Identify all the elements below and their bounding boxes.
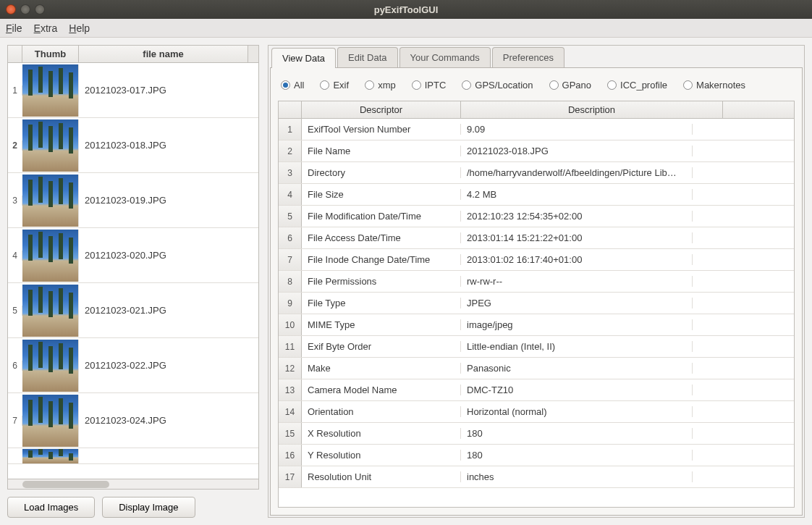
description: rw-rw-r-- — [461, 276, 693, 287]
filter-all[interactable]: All — [281, 80, 304, 91]
descriptor: File Access Date/Time — [302, 232, 461, 243]
table-row[interactable]: 14OrientationHorizontal (normal) — [279, 401, 794, 423]
table-row[interactable]: 12MakePanasonic — [279, 358, 794, 379]
scroll-col — [248, 46, 258, 62]
window-title: pyExifToolGUI — [374, 4, 439, 15]
data-body[interactable]: 1ExifTool Version Number9.092File Name20… — [279, 119, 794, 507]
table-row[interactable] — [8, 448, 258, 464]
table-row[interactable]: 7File Inode Change Date/Time2013:01:02 1… — [279, 249, 794, 271]
table-row[interactable]: 10MIME Typeimage/jpeg — [279, 314, 794, 336]
radio-icon — [320, 80, 329, 90]
filter-icc-profile[interactable]: ICC_profile — [607, 80, 667, 91]
description: Little-endian (Intel, II) — [461, 341, 693, 352]
table-row[interactable]: 520121023-021.JPG — [8, 283, 258, 338]
table-row[interactable]: 120121023-017.JPG — [8, 63, 258, 118]
filter-label: All — [294, 80, 304, 91]
table-row[interactable]: 13Camera Model NameDMC-TZ10 — [279, 379, 794, 401]
radio-icon — [607, 80, 617, 90]
table-row[interactable]: 9File TypeJPEG — [279, 293, 794, 314]
filter-gps-location[interactable]: GPS/Location — [462, 80, 533, 91]
row-index: 11 — [279, 336, 302, 357]
close-button[interactable] — [6, 4, 16, 14]
table-row[interactable]: 5File Modification Date/Time2012:10:23 1… — [279, 206, 794, 227]
table-row[interactable]: 1ExifTool Version Number9.09 — [279, 119, 794, 140]
filter-xmp[interactable]: xmp — [365, 80, 396, 91]
row-index: 1 — [8, 85, 22, 96]
table-row[interactable]: 720121023-024.JPG — [8, 393, 258, 448]
filter-label: ICC_profile — [620, 80, 667, 91]
tab-your-commands[interactable]: Your Commands — [399, 47, 491, 67]
file-name: 20121023-017.JPG — [79, 85, 258, 96]
descriptor: File Modification Date/Time — [302, 211, 461, 222]
description: 180 — [461, 428, 693, 439]
thumbnail-image — [22, 175, 79, 227]
radio-icon — [412, 80, 421, 90]
row-index: 14 — [279, 401, 302, 422]
table-row[interactable]: 320121023-019.JPG — [8, 173, 258, 228]
file-name: 20121023-019.JPG — [79, 195, 258, 206]
minimize-button[interactable] — [20, 4, 30, 14]
thumbnail-header: Thumb file name — [8, 46, 258, 63]
filter-label: GPS/Location — [475, 80, 533, 91]
horizontal-scrollbar[interactable] — [8, 479, 258, 489]
filter-label: xmp — [378, 80, 396, 91]
tab-edit-data[interactable]: Edit Data — [337, 47, 397, 67]
description: 4.2 MB — [461, 189, 693, 200]
scroll-col — [782, 101, 794, 118]
display-image-button[interactable]: Display Image — [102, 497, 195, 518]
table-row[interactable]: 2File Name20121023-018.JPG — [279, 140, 794, 162]
row-index: 1 — [279, 119, 302, 140]
descriptor: Exif Byte Order — [302, 341, 461, 352]
row-index: 17 — [279, 466, 302, 487]
table-row[interactable]: 4File Size4.2 MB — [279, 184, 794, 206]
descriptor: File Permissions — [302, 276, 461, 287]
table-row[interactable]: 8File Permissionsrw-rw-r-- — [279, 271, 794, 293]
description: /home/harryvanderwolf/Afbeeldingen/Pictu… — [461, 167, 693, 178]
thumbnail-image — [22, 119, 79, 172]
menu-extra[interactable]: Extra — [34, 22, 58, 34]
table-row[interactable]: 11Exif Byte OrderLittle-endian (Intel, I… — [279, 336, 794, 358]
row-index: 4 — [279, 184, 302, 205]
menu-file[interactable]: File — [6, 22, 22, 34]
file-name: 20121023-024.JPG — [79, 415, 258, 426]
table-row[interactable]: 15X Resolution180 — [279, 423, 794, 445]
col-description: Description — [461, 101, 723, 118]
filter-gpano[interactable]: GPano — [549, 80, 591, 91]
descriptor: X Resolution — [302, 428, 461, 439]
description: DMC-TZ10 — [461, 385, 693, 395]
row-index: 3 — [279, 162, 302, 183]
table-row[interactable]: 17Resolution Unitinches — [279, 466, 794, 488]
table-row[interactable]: 220121023-018.JPG — [8, 118, 258, 173]
row-index: 3 — [8, 196, 22, 206]
content: Thumb file name 120121023-017.JPG2201210… — [0, 38, 812, 525]
row-index: 8 — [279, 271, 302, 292]
table-row[interactable]: 420121023-020.JPG — [8, 228, 258, 283]
table-row[interactable]: 16Y Resolution180 — [279, 445, 794, 466]
descriptor: File Inode Change Date/Time — [302, 254, 461, 265]
menubar: File Extra Help — [0, 19, 812, 38]
filter-exif[interactable]: Exif — [320, 80, 349, 91]
row-index: 13 — [279, 379, 302, 400]
menu-help[interactable]: Help — [69, 22, 90, 34]
thumbnail-image — [22, 395, 79, 447]
description: 2012:10:23 12:54:35+02:00 — [461, 211, 693, 222]
description: image/jpeg — [461, 319, 693, 330]
maximize-button[interactable] — [35, 4, 45, 14]
table-row[interactable]: 620121023-022.JPG — [8, 338, 258, 393]
thumbnail-image — [22, 285, 79, 337]
tab-view-data[interactable]: View Data — [271, 48, 336, 68]
row-index: 12 — [279, 358, 302, 379]
filter-iptc[interactable]: IPTC — [412, 80, 447, 91]
table-row[interactable]: 6File Access Date/Time2013:01:14 15:21:2… — [279, 227, 794, 249]
table-row[interactable]: 3Directory/home/harryvanderwolf/Afbeeldi… — [279, 162, 794, 184]
load-images-button[interactable]: Load Images — [7, 497, 95, 518]
col-index — [279, 101, 302, 118]
thumbnail-body[interactable]: 120121023-017.JPG220121023-018.JPG320121… — [8, 63, 258, 479]
filter-row: AllExifxmpIPTCGPS/LocationGPanoICC_profi… — [278, 75, 795, 101]
row-index: 7 — [279, 249, 302, 270]
filter-makernotes[interactable]: Makernotes — [683, 80, 745, 91]
row-index: 15 — [279, 423, 302, 444]
radio-icon — [365, 80, 374, 90]
row-index: 9 — [279, 293, 302, 314]
tab-preferences[interactable]: Preferences — [492, 47, 564, 67]
